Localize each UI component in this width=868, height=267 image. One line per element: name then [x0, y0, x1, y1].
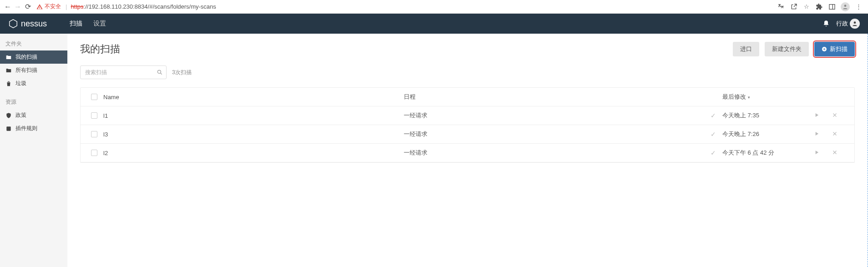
delete-icon[interactable]: [832, 149, 850, 157]
col-name[interactable]: Name: [103, 94, 404, 101]
cell-modified: 今天下午 6 点 42 分: [722, 149, 813, 157]
sidebar-section-folders: 文件夹: [0, 38, 67, 50]
back-icon[interactable]: ←: [4, 3, 12, 11]
table-row[interactable]: l3一经请求✓今天晚上 7:26: [81, 125, 854, 144]
sidebar-item-label: 政策: [15, 111, 26, 119]
import-button[interactable]: 进口: [733, 42, 759, 56]
col-schedule[interactable]: 日程: [404, 93, 704, 101]
share-icon[interactable]: [790, 3, 798, 11]
status-check-icon: ✓: [704, 131, 722, 138]
sidebar-item-all-scans[interactable]: 所有扫描: [0, 64, 67, 77]
cell-schedule: 一经请求: [404, 111, 704, 120]
sidebar-item-policies[interactable]: 政策: [0, 109, 67, 122]
play-icon[interactable]: [813, 112, 832, 120]
account-label: 行政: [836, 20, 848, 28]
delete-icon[interactable]: [832, 131, 850, 138]
insecure-label: 不安全: [45, 3, 61, 10]
extensions-icon[interactable]: [815, 3, 823, 11]
svg-point-2: [844, 5, 847, 7]
browser-actions: ☆ ⋮: [777, 2, 864, 11]
reload-icon[interactable]: ⟳: [24, 3, 32, 11]
row-checkbox[interactable]: [91, 150, 97, 156]
sidebar-item-label: 我的扫描: [15, 53, 37, 61]
cell-modified: 今天晚上 7:35: [722, 111, 813, 120]
table-row[interactable]: l2一经请求✓今天下午 6 点 42 分: [81, 144, 854, 162]
cell-name: l2: [103, 150, 404, 156]
scan-count: 3次扫描: [172, 69, 192, 76]
tab-settings[interactable]: 设置: [93, 20, 106, 28]
notifications-icon[interactable]: [822, 20, 830, 27]
translate-icon[interactable]: [777, 3, 785, 11]
star-icon[interactable]: ☆: [802, 3, 811, 11]
sidebar-item-trash[interactable]: 垃圾: [0, 77, 67, 90]
sidebar-item-label: 所有扫描: [15, 66, 37, 74]
select-all-checkbox[interactable]: [91, 94, 97, 100]
new-scan-button[interactable]: 新扫描: [814, 42, 855, 56]
sidebar-item-label: 垃圾: [15, 80, 26, 87]
cell-name: l1: [103, 112, 404, 119]
table-header: Name 日程 最后修改▾: [81, 88, 854, 106]
browser-address-bar: ← → ⟳ 不安全 | https://192.168.110.230:8834…: [0, 0, 868, 14]
scans-table: Name 日程 最后修改▾ l1一经请求✓今天晚上 7:35l3一经请求✓今天晚…: [80, 87, 855, 163]
sidebar-item-label: 插件规则: [15, 125, 37, 132]
sidebar: 文件夹 我的扫描 所有扫描 垃圾 资源 政策 插件规则: [0, 34, 67, 267]
nav-tabs: 扫描 设置: [70, 20, 106, 28]
insecure-warning[interactable]: 不安全: [36, 3, 61, 10]
user-avatar-icon: [850, 19, 860, 29]
search-input[interactable]: [80, 65, 167, 79]
sort-caret-icon: ▾: [748, 95, 750, 100]
plus-circle-icon: [822, 46, 827, 52]
page-title: 我的扫描: [80, 42, 120, 56]
status-check-icon: ✓: [704, 112, 722, 119]
play-icon[interactable]: [813, 149, 832, 157]
search-icon[interactable]: [157, 69, 163, 76]
profile-avatar-icon[interactable]: [841, 2, 850, 11]
app-header: nessus 扫描 设置 行政: [0, 14, 868, 34]
main-content: 我的扫描 进口 新建文件夹 新扫描 3次扫描 Name 日程: [67, 34, 868, 267]
search-box: [80, 65, 167, 79]
sidebar-item-my-scans[interactable]: 我的扫描: [0, 50, 67, 64]
svg-marker-3: [10, 20, 17, 28]
new-scan-label: 新扫描: [830, 45, 848, 53]
account-menu[interactable]: 行政: [836, 19, 860, 29]
svg-rect-5: [6, 126, 10, 131]
logo-text: nessus: [21, 19, 47, 29]
col-last-modified[interactable]: 最后修改▾: [722, 93, 813, 101]
svg-line-8: [161, 73, 162, 75]
cell-schedule: 一经请求: [404, 149, 704, 157]
new-folder-button[interactable]: 新建文件夹: [765, 42, 809, 56]
url-text[interactable]: https://192.168.110.230:8834/#/scans/fol…: [69, 3, 775, 10]
play-icon[interactable]: [813, 131, 832, 138]
tab-scan[interactable]: 扫描: [70, 20, 82, 28]
cell-name: l3: [103, 131, 404, 138]
delete-icon[interactable]: [832, 112, 850, 120]
svg-point-7: [157, 70, 161, 73]
svg-rect-0: [829, 4, 835, 9]
forward-icon[interactable]: →: [14, 3, 22, 11]
table-row[interactable]: l1一经请求✓今天晚上 7:35: [81, 106, 854, 125]
svg-point-4: [854, 21, 856, 24]
sidebar-section-resources: 资源: [0, 96, 67, 109]
menu-icon[interactable]: ⋮: [854, 3, 863, 11]
row-checkbox[interactable]: [91, 131, 97, 137]
sidebar-item-plugin-rules[interactable]: 插件规则: [0, 122, 67, 135]
cell-schedule: 一经请求: [404, 130, 704, 138]
cell-modified: 今天晚上 7:26: [722, 130, 813, 138]
row-checkbox[interactable]: [91, 112, 97, 119]
panel-icon[interactable]: [828, 3, 836, 11]
logo[interactable]: nessus: [8, 19, 47, 29]
status-check-icon: ✓: [704, 149, 722, 156]
